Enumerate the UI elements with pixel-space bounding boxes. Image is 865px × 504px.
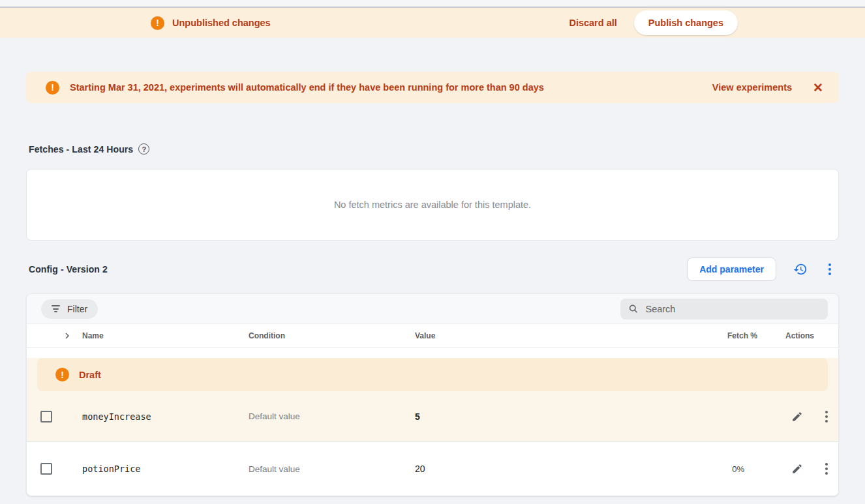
- param-condition: Default value: [249, 464, 415, 474]
- filter-chip[interactable]: Filter: [41, 299, 98, 319]
- config-overflow-menu-icon[interactable]: [825, 262, 835, 276]
- close-icon[interactable]: ✕: [813, 82, 823, 94]
- search-input[interactable]: [645, 304, 820, 314]
- search-box[interactable]: [620, 299, 828, 319]
- expand-all-chevron-icon[interactable]: [61, 330, 82, 342]
- search-icon: [628, 303, 638, 314]
- row-overflow-menu-icon[interactable]: [821, 462, 832, 476]
- draft-banner: ! Draft: [37, 358, 828, 391]
- unpublished-changes-label: Unpublished changes: [172, 18, 271, 28]
- table-row[interactable]: moneyIncrease Default value 5: [27, 391, 838, 441]
- filter-label: Filter: [67, 304, 87, 314]
- edit-icon[interactable]: [791, 463, 803, 475]
- warning-icon: !: [151, 16, 164, 30]
- discard-all-button[interactable]: Discard all: [569, 18, 616, 28]
- version-history-icon[interactable]: [791, 259, 810, 279]
- param-value: 5: [415, 411, 666, 422]
- column-header-value[interactable]: Value: [415, 331, 666, 340]
- config-section-header: Config - Version 2 Add parameter: [29, 258, 836, 281]
- top-strip: [0, 0, 865, 8]
- column-header-actions: Actions: [764, 331, 838, 340]
- view-experiments-button[interactable]: View experiments: [712, 82, 792, 93]
- param-condition: Default value: [249, 411, 415, 421]
- fetch-metrics-card: No fetch metrics are available for this …: [26, 169, 839, 241]
- fetches-section-header: Fetches - Last 24 Hours ?: [29, 143, 836, 155]
- add-parameter-button[interactable]: Add parameter: [687, 258, 776, 281]
- param-value: 20: [415, 464, 666, 474]
- row-checkbox[interactable]: [40, 463, 52, 475]
- column-header-condition[interactable]: Condition: [249, 331, 415, 340]
- param-name: moneyIncrease: [82, 411, 249, 422]
- edit-icon[interactable]: [791, 411, 803, 422]
- table-row[interactable]: potionPrice Default value 20 0%: [27, 442, 838, 496]
- help-icon[interactable]: ?: [138, 143, 149, 155]
- no-metrics-message: No fetch metrics are available for this …: [334, 200, 531, 210]
- warning-icon: !: [55, 368, 69, 381]
- draft-label: Draft: [79, 370, 101, 380]
- warning-icon: !: [46, 81, 59, 95]
- config-title: Config - Version 2: [29, 264, 108, 274]
- fetches-title: Fetches - Last 24 Hours: [29, 144, 133, 155]
- column-header-fetch[interactable]: Fetch %: [666, 331, 764, 340]
- unpublished-changes-banner: ! Unpublished changes Discard all Publis…: [0, 8, 865, 38]
- row-overflow-menu-icon[interactable]: [821, 409, 832, 424]
- filter-icon: [52, 305, 60, 312]
- param-name: potionPrice: [82, 464, 249, 474]
- experiments-notice-banner: ! Starting Mar 31, 2021, experiments wil…: [26, 72, 839, 103]
- publish-changes-button[interactable]: Publish changes: [634, 10, 738, 35]
- param-fetch-pct: 0%: [666, 464, 764, 474]
- table-header-row: Name Condition Value Fetch % Actions: [27, 324, 838, 348]
- draft-section: ! Draft moneyIncrease Default value 5: [27, 358, 838, 442]
- experiments-notice-text: Starting Mar 31, 2021, experiments will …: [70, 82, 544, 93]
- row-checkbox[interactable]: [40, 411, 52, 422]
- column-header-name[interactable]: Name: [82, 331, 249, 340]
- parameters-table: Filter Name Condition Value Fetch % Acti…: [26, 293, 839, 496]
- table-toolbar: Filter: [27, 294, 838, 324]
